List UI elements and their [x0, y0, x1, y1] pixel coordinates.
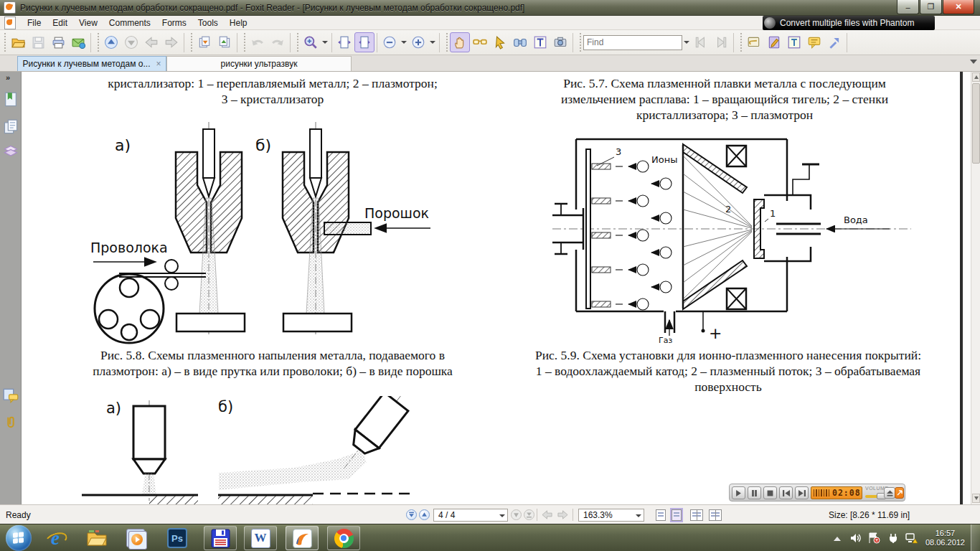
- eject-button[interactable]: [884, 487, 895, 499]
- taskbar-foxit-icon[interactable]: [286, 526, 319, 550]
- toolbar-grip[interactable]: [96, 33, 100, 52]
- sidebar-expand-icon[interactable]: »: [6, 73, 9, 82]
- tray-expand-icon[interactable]: [829, 530, 845, 546]
- tab-close-icon[interactable]: ×: [156, 59, 161, 69]
- scrollbar-thumb[interactable]: [972, 83, 980, 164]
- snapshot-button[interactable]: [550, 32, 570, 52]
- taskbar-explorer-icon[interactable]: [80, 526, 113, 550]
- last-page-button[interactable]: [524, 509, 534, 520]
- toolbar-grip[interactable]: [3, 33, 6, 52]
- next-view-status-button[interactable]: [557, 509, 569, 522]
- search-button[interactable]: [510, 32, 530, 52]
- previous-view-button[interactable]: [101, 32, 121, 52]
- play-button[interactable]: [732, 486, 745, 499]
- action-center-icon[interactable]: [867, 530, 882, 546]
- tab-luchevye-metody[interactable]: Рисунки к лучевым методам о... ×: [17, 56, 166, 71]
- taskbar-chrome-icon[interactable]: [327, 526, 360, 550]
- next-page-button[interactable]: [511, 509, 522, 520]
- toolbar-grip[interactable]: [445, 33, 448, 52]
- tab-ultrazvuk[interactable]: рисунки ультразвук: [166, 56, 352, 71]
- zoom-combo[interactable]: 163.3%: [578, 509, 644, 522]
- hand-tool-button[interactable]: [450, 32, 470, 52]
- toolbar-grip[interactable]: [242, 33, 246, 52]
- restore-button[interactable]: ❐: [920, 0, 942, 14]
- previous-track-button[interactable]: [779, 486, 793, 499]
- menu-forms[interactable]: Forms: [156, 17, 192, 29]
- minimize-button[interactable]: –: [897, 0, 919, 14]
- single-page-layout-button[interactable]: [656, 509, 666, 521]
- pencil-annotation-button[interactable]: [764, 32, 784, 52]
- scroll-down-icon[interactable]: [972, 494, 980, 503]
- zoom-in-dropdown[interactable]: [430, 41, 435, 44]
- menu-file[interactable]: File: [22, 17, 47, 29]
- zoom-tool-button[interactable]: [301, 32, 321, 52]
- arrow-annotation-button[interactable]: [824, 32, 844, 52]
- previous-page-button[interactable]: [419, 509, 430, 520]
- typewriter-button[interactable]: [784, 32, 804, 52]
- pause-button[interactable]: [748, 486, 761, 499]
- zoom-out-dropdown[interactable]: [401, 41, 407, 44]
- page-combo-caret[interactable]: [499, 514, 505, 517]
- previous-view-status-button[interactable]: [541, 509, 553, 522]
- tray-clock[interactable]: 16:57 08.06.2012: [925, 529, 965, 547]
- taskbar-floppy-app-icon[interactable]: [204, 526, 237, 550]
- pdf-page[interactable]: кристаллизатор: 1 – переплавляемый метал…: [22, 72, 971, 504]
- menu-edit[interactable]: Edit: [47, 17, 73, 29]
- redo-button[interactable]: [268, 32, 288, 52]
- show-desktop-button[interactable]: [971, 524, 980, 551]
- fit-page-button[interactable]: [354, 32, 374, 52]
- continuous-layout-button[interactable]: [672, 509, 682, 521]
- facing-layout-button[interactable]: [690, 509, 703, 521]
- volume-icon[interactable]: [848, 530, 864, 546]
- taskbar-word-icon[interactable]: W: [244, 526, 277, 550]
- menu-tools[interactable]: Tools: [192, 17, 224, 29]
- power-plug-icon[interactable]: [885, 530, 901, 546]
- pages-panel-icon[interactable]: [3, 119, 19, 135]
- note-comment-button[interactable]: [804, 32, 824, 52]
- select-text-button[interactable]: [530, 32, 550, 52]
- attach-file-button[interactable]: [744, 32, 764, 52]
- zoom-combo-caret[interactable]: [636, 514, 641, 517]
- menu-view[interactable]: View: [73, 17, 103, 29]
- toolbar-grip[interactable]: [739, 33, 743, 52]
- next-track-button[interactable]: [795, 486, 809, 499]
- first-page-button[interactable]: [406, 509, 417, 520]
- taskbar-photoshop-icon[interactable]: Ps: [161, 526, 194, 550]
- network-warning-icon[interactable]: [904, 530, 920, 546]
- start-button[interactable]: [6, 525, 32, 551]
- toolbar-grip[interactable]: [578, 33, 582, 52]
- reflow-button[interactable]: [470, 32, 490, 52]
- menu-comments[interactable]: Comments: [103, 17, 156, 29]
- open-button[interactable]: [8, 32, 28, 52]
- export-page-button[interactable]: [215, 32, 235, 52]
- toolbar-grip[interactable]: [189, 33, 193, 52]
- vertical-scrollbar[interactable]: [971, 72, 980, 504]
- print-button[interactable]: [48, 32, 68, 52]
- save-button[interactable]: [28, 32, 48, 52]
- email-button[interactable]: [68, 32, 88, 52]
- forward-button[interactable]: [161, 32, 182, 52]
- select-annotation-button[interactable]: [490, 32, 510, 52]
- attachments-panel-icon[interactable]: [3, 415, 19, 430]
- import-page-button[interactable]: [194, 32, 215, 52]
- zoom-tool-dropdown[interactable]: [322, 41, 328, 44]
- toolbar-grip[interactable]: [296, 33, 299, 52]
- back-button[interactable]: [141, 32, 161, 52]
- taskbar-wmp-icon[interactable]: [119, 526, 152, 550]
- zoom-in-button[interactable]: [408, 32, 428, 52]
- layers-panel-icon[interactable]: [3, 142, 19, 158]
- menu-help[interactable]: Help: [224, 17, 253, 29]
- find-dropdown[interactable]: [684, 41, 689, 44]
- scroll-up-icon[interactable]: [972, 72, 980, 82]
- find-next-button[interactable]: [711, 32, 731, 52]
- zoom-out-button[interactable]: [380, 32, 400, 52]
- tab-list-dropdown[interactable]: [970, 60, 977, 64]
- undo-button[interactable]: [248, 32, 268, 52]
- fit-width-button[interactable]: [334, 32, 354, 52]
- next-view-button[interactable]: [121, 32, 141, 52]
- continuous-facing-layout-button[interactable]: [709, 509, 722, 521]
- page-number-combo[interactable]: 4 / 4: [433, 509, 508, 522]
- bookmarks-panel-icon[interactable]: [3, 92, 19, 108]
- find-input[interactable]: [583, 35, 682, 50]
- find-previous-button[interactable]: [691, 32, 711, 52]
